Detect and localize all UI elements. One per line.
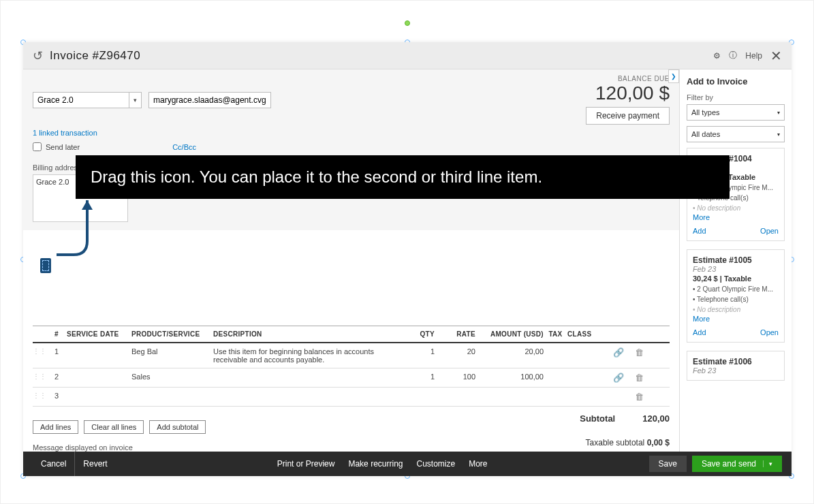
drag-handle-icon[interactable]: ⋮⋮ [33, 392, 46, 399]
filter-label: Filter by [687, 93, 785, 101]
customer-input[interactable] [33, 93, 129, 108]
gear-icon[interactable]: ⚙ [713, 51, 721, 61]
estimate-card: Estimate #1006 Feb 23 [687, 351, 785, 381]
col-amt: AMOUNT (USD) [475, 330, 544, 338]
subtotal-label: Subtotal [580, 413, 615, 434]
col-tax: TAX [544, 330, 567, 338]
col-class: CLASS [567, 330, 608, 338]
table-row[interactable]: ⋮⋮ 1 Beg Bal Use this item for beginning… [33, 343, 670, 368]
col-date: SERVICE DATE [67, 330, 131, 338]
col-qty: QTY [394, 330, 435, 338]
col-prod: PRODUCT/SERVICE [131, 330, 213, 338]
more-button[interactable]: More [469, 459, 487, 469]
page-title: Invoice #Z96470 [50, 49, 140, 63]
link-icon[interactable]: 🔗 [608, 373, 629, 383]
filter-types-select[interactable]: All types▾ [687, 104, 785, 121]
caret-down-icon[interactable]: ▾ [129, 93, 141, 108]
balance-due-amount: 120,00 $ [586, 82, 670, 104]
sidebar-title: Add to Invoice [687, 76, 785, 86]
collapse-sidebar[interactable]: ❯ [668, 69, 679, 83]
col-num: # [46, 330, 67, 338]
email-field[interactable] [148, 92, 271, 108]
drag-handle-icon[interactable]: ⋮⋮ [33, 347, 46, 355]
tutorial-overlay: Drag this icon. You can place it to the … [76, 155, 730, 199]
cancel-button[interactable]: Cancel [33, 452, 75, 476]
filter-dates-select[interactable]: All dates▾ [687, 126, 785, 142]
balance-due-label: BALANCE DUE [586, 75, 670, 82]
linked-transaction-link[interactable]: 1 linked transaction [33, 129, 670, 137]
send-later-label: Send later [46, 143, 80, 151]
cc-bcc-link[interactable]: Cc/Bcc [172, 143, 196, 151]
col-desc: DESCRIPTION [213, 330, 394, 338]
drag-handle-icon[interactable]: ⋮⋮ [33, 373, 46, 380]
svg-marker-0 [82, 200, 93, 210]
more-link[interactable]: More [693, 213, 779, 221]
save-send-button[interactable]: Save and send▾ [692, 456, 782, 472]
add-lines-button[interactable]: Add lines [33, 420, 78, 434]
save-button[interactable]: Save [649, 456, 687, 472]
receive-payment-button[interactable]: Receive payment [586, 107, 670, 125]
more-link[interactable]: More [693, 315, 779, 323]
customize-button[interactable]: Customize [416, 459, 455, 469]
trash-icon[interactable]: 🗑 [629, 347, 649, 358]
add-subtotal-button[interactable]: Add subtotal [149, 420, 206, 434]
help-icon[interactable]: ⓘ [729, 50, 737, 61]
link-icon[interactable]: 🔗 [608, 347, 629, 358]
clear-lines-button[interactable]: Clear all lines [84, 420, 144, 434]
send-later-checkbox[interactable] [33, 142, 42, 151]
print-button[interactable]: Print or Preview [277, 459, 335, 469]
open-link[interactable]: Open [760, 227, 779, 235]
trash-icon[interactable]: 🗑 [629, 373, 649, 383]
col-rate: RATE [435, 330, 475, 338]
help-label[interactable]: Help [745, 51, 762, 61]
arrow-icon [53, 200, 94, 268]
msg-invoice-label: Message displayed on invoice [33, 443, 383, 452]
estimate-card: Estimate #1005 Feb 23 30,24 $ | Taxable … [687, 249, 785, 343]
subtotal-value: 120,00 [642, 413, 670, 434]
drag-handle-icon[interactable] [40, 258, 51, 273]
revert-button[interactable]: Revert [75, 452, 115, 476]
add-link[interactable]: Add [693, 328, 706, 336]
close-icon[interactable]: ✕ [770, 48, 782, 64]
open-link[interactable]: Open [760, 328, 779, 336]
trash-icon[interactable]: 🗑 [629, 392, 649, 402]
history-icon[interactable]: ↺ [33, 48, 43, 63]
table-row[interactable]: ⋮⋮ 2 Sales 1 100 100,00 🔗 🗑 [33, 368, 670, 388]
customer-select[interactable]: ▾ [33, 92, 142, 108]
add-link[interactable]: Add [693, 227, 706, 235]
caret-down-icon: ▾ [763, 460, 772, 467]
recurring-button[interactable]: Make recurring [348, 459, 403, 469]
table-row[interactable]: ⋮⋮ 3 🗑 [33, 388, 670, 407]
